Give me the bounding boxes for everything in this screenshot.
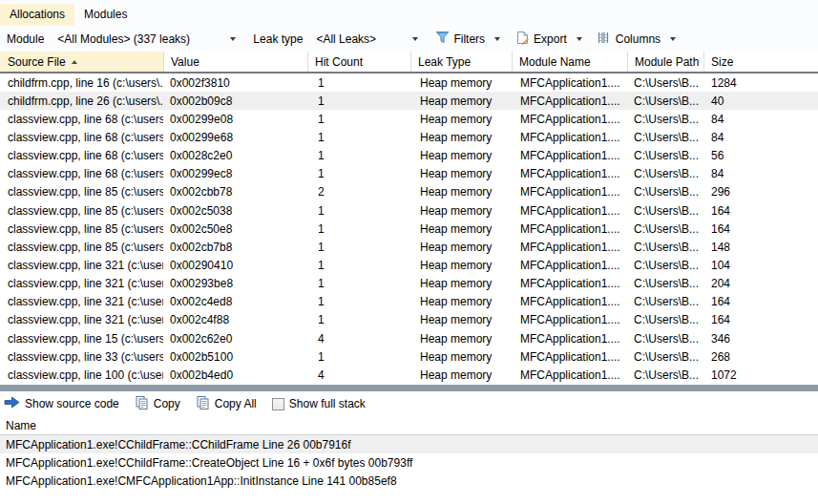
cell-module-name: MFCApplication1.... bbox=[512, 222, 627, 236]
cell-leak-type: Heap memory bbox=[410, 295, 512, 308]
column-header-value[interactable]: Value bbox=[163, 52, 307, 72]
leak-type-dropdown[interactable]: <All Leaks> bbox=[310, 30, 423, 49]
cell-module-name: MFCApplication1.... bbox=[512, 149, 627, 162]
cell-hit-count: 4 bbox=[307, 332, 410, 346]
cell-size: 1072 bbox=[703, 368, 818, 382]
table-row[interactable]: childfrm.cpp, line 16 (c:\users\... 0x00… bbox=[0, 74, 818, 92]
show-full-stack-label: Show full stack bbox=[289, 397, 366, 410]
chevron-down-icon bbox=[670, 37, 676, 41]
cell-leak-type: Heap memory bbox=[410, 259, 512, 272]
cell-value: 0x00299e08 bbox=[163, 113, 307, 126]
filters-button[interactable]: Filters bbox=[431, 29, 504, 49]
copy-button[interactable]: Copy bbox=[135, 395, 180, 413]
module-filter-dropdown[interactable]: <All Modules> (337 leaks) bbox=[52, 30, 241, 49]
cell-module-name: MFCApplication1.... bbox=[512, 295, 627, 308]
table-row[interactable]: classview.cpp, line 321 (c:\user... 0x00… bbox=[0, 311, 818, 329]
column-header-leak-type[interactable]: Leak Type bbox=[410, 52, 512, 72]
cell-size: 40 bbox=[703, 94, 818, 108]
cell-module-path: C:\Users\B... bbox=[627, 185, 703, 199]
stack-name-column-header[interactable]: Name bbox=[0, 416, 818, 435]
sort-ascending-icon bbox=[72, 60, 77, 64]
column-header-size[interactable]: Size bbox=[703, 52, 818, 72]
copy-all-icon bbox=[196, 395, 210, 413]
cell-size: 148 bbox=[703, 241, 818, 254]
cell-hit-count: 1 bbox=[307, 313, 410, 326]
cell-leak-type: Heap memory bbox=[410, 76, 512, 90]
column-header-module-name[interactable]: Module Name bbox=[512, 52, 627, 72]
cell-source-file: classview.cpp, line 33 (c:\users... bbox=[0, 350, 163, 364]
cell-module-name: MFCApplication1.... bbox=[512, 204, 627, 218]
cell-hit-count: 1 bbox=[307, 259, 410, 272]
cell-source-file: classview.cpp, line 85 (c:\users... bbox=[0, 241, 163, 254]
cell-source-file: classview.cpp, line 321 (c:\user... bbox=[0, 295, 163, 308]
cell-hit-count: 1 bbox=[307, 149, 410, 162]
cell-module-path: C:\Users\B... bbox=[627, 313, 703, 326]
columns-button-label: Columns bbox=[616, 32, 661, 46]
table-row[interactable]: childfrm.cpp, line 26 (c:\users\... 0x00… bbox=[0, 92, 818, 110]
cell-size: 268 bbox=[703, 350, 818, 364]
table-row[interactable]: classview.cpp, line 100 (c:\user... 0x00… bbox=[0, 366, 818, 384]
show-source-code-button[interactable]: Show source code bbox=[4, 396, 119, 411]
table-row[interactable]: classview.cpp, line 321 (c:\user... 0x00… bbox=[0, 293, 818, 311]
table-row[interactable]: classview.cpp, line 15 (c:\users... 0x00… bbox=[0, 329, 818, 347]
copy-all-button[interactable]: Copy All bbox=[196, 395, 257, 413]
cell-size: 84 bbox=[703, 167, 818, 180]
table-row[interactable]: classview.cpp, line 85 (c:\users... 0x00… bbox=[0, 201, 818, 220]
cell-hit-count: 1 bbox=[307, 94, 410, 108]
column-header-source-file[interactable]: Source File bbox=[0, 52, 163, 72]
cell-source-file: classview.cpp, line 321 (c:\user... bbox=[0, 313, 163, 326]
cell-module-name: MFCApplication1.... bbox=[512, 113, 627, 126]
columns-button[interactable]: Columns bbox=[594, 30, 680, 49]
table-row[interactable]: classview.cpp, line 321 (c:\user... 0x00… bbox=[0, 256, 818, 274]
call-stack-list: MFCApplication1.exe!CChildFrame::CChildF… bbox=[0, 435, 818, 504]
stack-frame-row[interactable]: MFCApplication1.exe!CChildFrame::CreateO… bbox=[0, 453, 818, 472]
table-row[interactable]: classview.cpp, line 321 (c:\user... 0x00… bbox=[0, 275, 818, 293]
show-full-stack-toggle[interactable]: Show full stack bbox=[272, 397, 366, 410]
stack-frame-label: MFCApplication1.exe!CMFCApplication1App:… bbox=[6, 474, 397, 488]
cell-size: 84 bbox=[703, 113, 818, 126]
show-full-stack-checkbox[interactable] bbox=[272, 398, 284, 410]
copy-icon bbox=[135, 395, 149, 413]
cell-hit-count: 1 bbox=[307, 131, 410, 144]
horizontal-splitter[interactable] bbox=[0, 385, 818, 391]
tab-allocations[interactable]: Allocations bbox=[0, 4, 74, 26]
cell-source-file: classview.cpp, line 68 (c:\users... bbox=[0, 113, 163, 126]
cell-source-file: classview.cpp, line 85 (c:\users... bbox=[0, 204, 163, 218]
leak-type-value: <All Leaks> bbox=[316, 32, 376, 46]
tab-strip: Allocations Modules bbox=[0, 0, 818, 26]
export-button[interactable]: Export bbox=[512, 29, 586, 50]
tab-modules[interactable]: Modules bbox=[74, 4, 136, 26]
stack-frame-label: MFCApplication1.exe!CChildFrame::CChildF… bbox=[6, 438, 351, 452]
export-document-icon bbox=[515, 31, 530, 48]
cell-source-file: classview.cpp, line 321 (c:\user... bbox=[0, 277, 163, 290]
stack-frame-row[interactable]: MFCApplication1.exe!CChildFrame::CChildF… bbox=[0, 435, 818, 453]
cell-leak-type: Heap memory bbox=[410, 277, 512, 290]
cell-hit-count: 2 bbox=[307, 185, 410, 199]
table-row[interactable]: classview.cpp, line 68 (c:\users... 0x00… bbox=[0, 128, 818, 146]
column-header-module-path[interactable]: Module Path bbox=[627, 52, 703, 72]
leak-type-filter-label: Leak type bbox=[253, 32, 303, 46]
cell-size: 204 bbox=[703, 277, 818, 290]
table-row[interactable]: classview.cpp, line 68 (c:\users... 0x00… bbox=[0, 110, 818, 128]
table-row[interactable]: classview.cpp, line 85 (c:\users... 0x00… bbox=[0, 183, 818, 201]
table-row[interactable]: classview.cpp, line 33 (c:\users... 0x00… bbox=[0, 347, 818, 366]
cell-value: 0x002b5100 bbox=[163, 350, 307, 364]
stack-frame-row[interactable]: MFCApplication1.exe!CMFCApplication1App:… bbox=[0, 472, 818, 491]
cell-hit-count: 1 bbox=[307, 350, 410, 364]
cell-source-file: classview.cpp, line 85 (c:\users... bbox=[0, 222, 163, 236]
stack-frame-label: MFCApplication1.exe!CChildFrame::CreateO… bbox=[6, 456, 412, 470]
cell-size: 164 bbox=[703, 222, 818, 236]
table-row[interactable]: classview.cpp, line 68 (c:\users... 0x00… bbox=[0, 165, 818, 183]
table-row[interactable]: classview.cpp, line 68 (c:\users... 0x00… bbox=[0, 147, 818, 165]
module-filter-value: <All Modules> (337 leaks) bbox=[57, 32, 190, 46]
cell-hit-count: 1 bbox=[307, 113, 410, 126]
cell-module-path: C:\Users\B... bbox=[627, 332, 703, 346]
column-header-hit-count[interactable]: Hit Count bbox=[307, 52, 410, 72]
table-row[interactable]: classview.cpp, line 85 (c:\users... 0x00… bbox=[0, 220, 818, 238]
show-source-code-label: Show source code bbox=[25, 397, 119, 410]
table-row[interactable]: classview.cpp, line 85 (c:\users... 0x00… bbox=[0, 238, 818, 256]
column-header-label: Source File bbox=[8, 55, 66, 69]
export-button-label: Export bbox=[534, 32, 567, 46]
cell-module-path: C:\Users\B... bbox=[627, 149, 703, 162]
chevron-down-icon bbox=[412, 37, 418, 41]
